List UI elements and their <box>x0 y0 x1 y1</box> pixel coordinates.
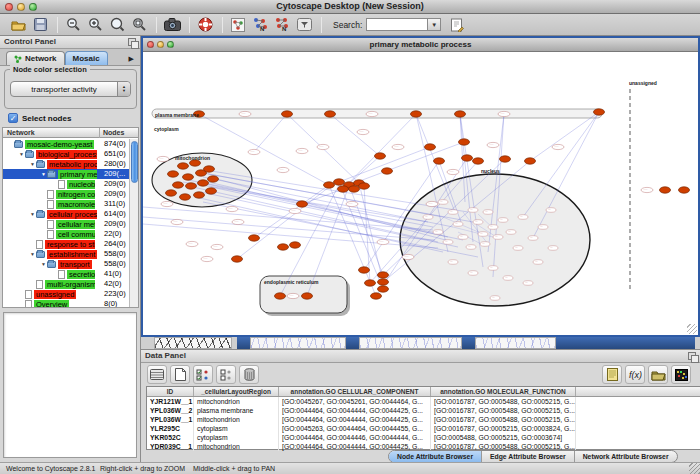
tree-scrollbar-thumb[interactable] <box>131 141 138 183</box>
network-node-selected[interactable] <box>411 111 422 117</box>
network-node-selected[interactable] <box>278 244 289 250</box>
tree-col-nodes[interactable]: Nodes <box>103 129 124 136</box>
network-node-selected[interactable] <box>462 155 473 161</box>
background-window[interactable] <box>475 337 556 349</box>
tree-disclosure-icon[interactable]: ▼ <box>29 211 36 217</box>
network-edge[interactable] <box>339 147 430 182</box>
save-session-icon[interactable] <box>30 16 50 34</box>
network-resize-grip[interactable] <box>687 324 697 334</box>
tree-row[interactable]: mosaic-demo-yeast874(0) <box>3 139 130 149</box>
network-node-selected[interactable] <box>359 183 370 189</box>
float-panel-icon[interactable] <box>128 38 136 46</box>
network-node-selected[interactable] <box>249 235 260 241</box>
network-edge[interactable] <box>330 114 380 156</box>
table-column-header[interactable]: annotation.GO CELLULAR_COMPONENT <box>279 387 431 396</box>
network-node-selected[interactable] <box>232 256 243 262</box>
tree-row[interactable]: ▼metabolic process280(0) <box>3 159 130 169</box>
zoom-out-icon[interactable] <box>63 16 83 34</box>
network-node-selected[interactable] <box>290 242 301 248</box>
select-attributes-icon[interactable] <box>193 365 213 384</box>
network-node-selected[interactable] <box>371 293 382 299</box>
tree-disclosure-icon[interactable]: ▼ <box>40 261 47 267</box>
network-merge-icon[interactable]: N <box>272 16 292 34</box>
tab-edge-attribute-browser[interactable]: Edge Attribute Browser <box>482 451 575 462</box>
notepad-icon[interactable] <box>602 365 622 384</box>
tree-row[interactable]: nitrogen compo209(0) <box>3 189 130 199</box>
table-row[interactable]: YPL036W__2plasma membrane[GO:0044464, GO… <box>147 406 700 415</box>
filter-box-icon[interactable] <box>294 16 314 34</box>
network-node-selected[interactable] <box>434 158 445 164</box>
network-node-selected[interactable] <box>378 286 389 292</box>
tree-row[interactable]: ▼transport558(0) <box>3 259 130 269</box>
create-network-icon[interactable] <box>228 16 248 34</box>
network-edge[interactable] <box>343 114 416 189</box>
search-dropdown-button[interactable]: ▼ <box>428 18 441 31</box>
tab-network-attribute-browser[interactable]: Network Attribute Browser <box>575 451 677 462</box>
network-node-selected[interactable] <box>660 187 671 193</box>
network-edge[interactable] <box>302 189 343 204</box>
network-node-selected[interactable] <box>282 111 293 117</box>
tree-row[interactable]: macromolecule311(0) <box>3 199 130 209</box>
tab-mosaic[interactable]: Mosaic <box>65 51 108 65</box>
network-node-selected[interactable] <box>206 188 217 194</box>
network-edge[interactable] <box>349 142 464 185</box>
node-color-dropdown[interactable]: transporter activity ▲▼ <box>10 81 131 97</box>
delete-attribute-icon[interactable] <box>239 365 259 384</box>
network-node-selected[interactable] <box>594 109 605 115</box>
tree-row[interactable]: Overview8(0) <box>3 299 130 307</box>
table-row[interactable]: YKR052Ccytoplasm[GO:0044464, GO:0044446,… <box>147 433 700 442</box>
network-node-selected[interactable] <box>425 144 436 150</box>
network-node-selected[interactable] <box>178 163 189 169</box>
network-node-selected[interactable] <box>679 187 690 193</box>
network-node-selected[interactable] <box>334 179 345 185</box>
network-node-selected[interactable] <box>173 182 184 188</box>
help-ring-icon[interactable] <box>195 16 215 34</box>
background-window[interactable] <box>250 337 346 349</box>
network-node-selected[interactable] <box>500 156 511 162</box>
search-input[interactable] <box>366 18 428 31</box>
network-node-selected[interactable] <box>208 176 219 182</box>
network-node-selected[interactable] <box>204 166 215 172</box>
attribute-matrix-icon[interactable] <box>671 365 691 384</box>
tree-row[interactable]: ▼primary metabo209(... <box>3 169 130 179</box>
tab-network[interactable]: Network <box>6 51 65 65</box>
new-attribute-icon[interactable] <box>170 365 190 384</box>
unselect-attributes-icon[interactable] <box>216 365 236 384</box>
network-node-selected[interactable] <box>349 186 360 192</box>
tree-disclosure-icon[interactable]: ▼ <box>29 161 36 167</box>
network-node-selected[interactable] <box>455 111 466 117</box>
window-resize-grip[interactable] <box>689 463 700 474</box>
tree-row[interactable]: secretion41(0) <box>3 269 130 279</box>
network-node-selected[interactable] <box>459 139 470 145</box>
tab-node-attribute-browser[interactable]: Node Attribute Browser <box>389 451 482 462</box>
network-canvas[interactable]: ········································… <box>143 52 698 335</box>
background-window[interactable] <box>154 337 232 349</box>
network-node-selected[interactable] <box>359 267 370 273</box>
network-node-selected[interactable] <box>338 186 349 192</box>
network-node-selected[interactable] <box>325 111 336 117</box>
network-node-selected[interactable] <box>525 158 536 164</box>
network-node-selected[interactable] <box>166 190 177 196</box>
network-node-selected[interactable] <box>378 279 389 285</box>
network-node-selected[interactable] <box>473 158 484 164</box>
tree-row[interactable]: response to stimulu264(0) <box>3 239 130 249</box>
network-edge[interactable] <box>193 187 438 242</box>
vizmapper-network-icon[interactable]: N <box>250 16 270 34</box>
table-column-header[interactable] <box>576 387 700 396</box>
network-node-selected[interactable] <box>198 180 209 186</box>
tree-scrollbar[interactable] <box>129 139 138 307</box>
table-row[interactable]: YJR121W__1mitochondrion[GO:0045267, GO:0… <box>147 397 700 406</box>
attribute-table-icon[interactable] <box>147 365 167 384</box>
tree-row[interactable]: multi-organism pro42(0) <box>3 279 130 289</box>
tree-col-network[interactable]: Network <box>7 129 35 136</box>
select-nodes-checkbox[interactable]: ✓ <box>8 113 18 123</box>
open-file-icon[interactable] <box>8 16 28 34</box>
annotation-doc-icon[interactable] <box>447 16 467 34</box>
table-row[interactable]: YPL036W__1mitochondrion[GO:0044464, GO:0… <box>147 415 700 424</box>
zoom-in-icon[interactable] <box>85 16 105 34</box>
tree-disclosure-icon[interactable]: ▼ <box>29 251 36 257</box>
zoom-selected-icon[interactable] <box>129 16 149 34</box>
network-node-selected[interactable] <box>382 168 393 174</box>
network-node-selected[interactable] <box>378 272 389 278</box>
network-node-selected[interactable] <box>324 182 335 188</box>
